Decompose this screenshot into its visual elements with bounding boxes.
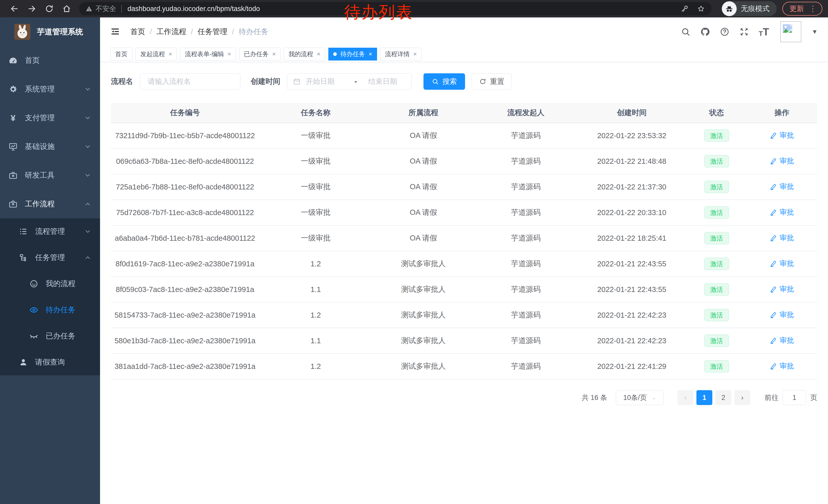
- prev-page-button[interactable]: ‹: [677, 390, 693, 405]
- browser-forward-icon[interactable]: [27, 4, 37, 14]
- approve-button[interactable]: 审批: [770, 361, 794, 371]
- cell-created: 2022-01-21 22:42:23: [577, 311, 687, 319]
- date-separator: -: [352, 78, 359, 86]
- approve-button[interactable]: 审批: [770, 156, 794, 166]
- tab-label: 首页: [115, 50, 127, 58]
- browser-update-button[interactable]: 更新 ⋮: [782, 2, 822, 16]
- app-logo[interactable]: 芋道管理系统: [0, 17, 100, 46]
- help-icon[interactable]: [720, 27, 730, 37]
- user-icon: [19, 358, 28, 367]
- tab-close-icon[interactable]: ×: [369, 51, 372, 57]
- eye-closed-icon: [29, 331, 38, 341]
- tab-close-icon[interactable]: ×: [413, 51, 417, 57]
- sidebar-item-待办任务[interactable]: 待办任务: [0, 297, 100, 323]
- edit-pencil-icon: [770, 260, 777, 267]
- sidebar-item-label: 基础设施: [25, 141, 84, 152]
- approve-button[interactable]: 审批: [770, 259, 794, 268]
- cell-name: 一级审批: [259, 182, 372, 192]
- user-menu-caret-icon[interactable]: ▼: [812, 28, 818, 35]
- sidebar-item-我的流程[interactable]: 我的流程: [0, 271, 100, 297]
- user-avatar[interactable]: [780, 21, 801, 42]
- goto-page-input[interactable]: [783, 390, 806, 405]
- cell-name: 一级审批: [259, 233, 372, 243]
- tab-close-icon[interactable]: ×: [169, 51, 172, 57]
- sidebar-menu: 首页系统管理¥支付管理基础设施研发工具工作流程流程管理任务管理我的流程待办任务已…: [0, 46, 100, 375]
- fullscreen-icon[interactable]: [739, 27, 749, 37]
- cell-initiator: 芋道源码: [474, 259, 577, 269]
- browser-reload-icon[interactable]: [44, 4, 54, 14]
- table-row: 580e1b3d-7ac8-11ec-a9e2-a2380e71991a1.1测…: [111, 328, 817, 354]
- date-range-picker[interactable]: 开始日期 - 结束日期: [287, 73, 412, 90]
- security-label[interactable]: 不安全: [95, 4, 116, 13]
- status-badge: 激活: [704, 155, 729, 168]
- tab-close-icon[interactable]: ×: [227, 51, 231, 57]
- cell-actions: 审批: [747, 259, 817, 269]
- approve-button[interactable]: 审批: [770, 310, 794, 320]
- sidebar-collapse-icon[interactable]: [110, 27, 121, 37]
- cell-id: 381aa1dd-7ac8-11ec-a9e2-a2380e71991a: [111, 362, 259, 371]
- date-start-placeholder[interactable]: 开始日期: [306, 77, 352, 86]
- next-page-button[interactable]: ›: [734, 390, 750, 405]
- approve-button[interactable]: 审批: [770, 182, 794, 191]
- cell-id: 069c6a63-7b8a-11ec-8ef0-acde48001122: [111, 157, 259, 166]
- cell-id: 75d72608-7b7f-11ec-a3c8-acde48001122: [111, 209, 259, 217]
- process-name-input[interactable]: [140, 73, 240, 90]
- bookmark-star-icon[interactable]: [697, 5, 705, 12]
- breadcrumb-home[interactable]: 首页: [130, 27, 145, 37]
- top-navbar: 首页 / 工作流程 / 任务管理 / 待办任务: [100, 17, 828, 46]
- status-badge: 激活: [704, 130, 729, 142]
- table-row: 069c6a63-7b8a-11ec-8ef0-acde48001122一级审批…: [111, 149, 817, 174]
- page-size-select[interactable]: 10条/页 ⌄: [616, 390, 664, 405]
- filter-bar: 流程名 创建时间 开始日期 - 结束日期 搜索: [111, 73, 817, 90]
- pagination: 共 16 条 10条/页 ⌄ ‹ 12 › 前往 页: [111, 390, 817, 405]
- sidebar-item-系统管理[interactable]: 系统管理: [0, 75, 100, 103]
- sidebar-item-工作流程[interactable]: 工作流程: [0, 190, 100, 218]
- tab-流程详情[interactable]: 流程详情×: [380, 48, 422, 60]
- cell-status: 激活: [687, 309, 746, 321]
- cell-created: 2022-01-22 20:33:10: [577, 209, 687, 217]
- sidebar-item-已办任务[interactable]: 已办任务: [0, 323, 100, 349]
- approve-button[interactable]: 审批: [770, 284, 794, 294]
- approve-label: 审批: [780, 259, 794, 268]
- tab-首页[interactable]: 首页: [110, 48, 132, 60]
- tab-已办任务[interactable]: 已办任务×: [239, 48, 281, 60]
- tab-流程表单-编辑[interactable]: 流程表单-编辑×: [180, 48, 236, 60]
- search-button[interactable]: 搜索: [423, 73, 465, 90]
- key-icon[interactable]: [681, 5, 689, 12]
- font-size-icon[interactable]: TT: [759, 27, 769, 37]
- browser-back-icon[interactable]: [9, 4, 19, 14]
- approve-button[interactable]: 审批: [770, 233, 794, 243]
- cell-process: OA 请假: [372, 182, 474, 192]
- sidebar-item-研发工具[interactable]: 研发工具: [0, 161, 100, 190]
- sidebar-item-支付管理[interactable]: ¥支付管理: [0, 103, 100, 132]
- sidebar-item-基础设施[interactable]: 基础设施: [0, 132, 100, 161]
- cell-name: 1.1: [259, 336, 372, 345]
- sidebar-item-首页[interactable]: 首页: [0, 46, 100, 75]
- tab-close-icon[interactable]: ×: [317, 51, 320, 57]
- github-icon[interactable]: [700, 27, 710, 37]
- breadcrumb-workflow[interactable]: 工作流程: [157, 27, 186, 37]
- sidebar-item-任务管理[interactable]: 任务管理: [0, 244, 100, 271]
- approve-button[interactable]: 审批: [770, 335, 794, 345]
- table-row: 725a1eb6-7b88-11ec-8ef0-acde48001122一级审批…: [111, 174, 817, 200]
- approve-button[interactable]: 审批: [770, 208, 794, 217]
- tab-close-icon[interactable]: ×: [272, 51, 276, 57]
- chevron-up-icon: [84, 254, 91, 261]
- page-button-2[interactable]: 2: [715, 390, 731, 405]
- sidebar-item-请假查询[interactable]: 请假查询: [0, 349, 100, 375]
- approve-button[interactable]: 审批: [770, 131, 794, 140]
- sidebar-item-流程管理[interactable]: 流程管理: [0, 218, 100, 244]
- breadcrumb-task-mgmt[interactable]: 任务管理: [198, 27, 227, 37]
- sidebar-item-label: 任务管理: [35, 253, 84, 263]
- date-end-placeholder[interactable]: 结束日期: [360, 77, 406, 86]
- table-body: 73211d9d-7b9b-11ec-b5b7-acde48001122一级审批…: [111, 123, 817, 379]
- browser-home-icon[interactable]: [61, 4, 72, 14]
- cell-actions: 审批: [747, 284, 817, 294]
- page-button-1[interactable]: 1: [696, 390, 712, 405]
- header-search-icon[interactable]: [681, 27, 691, 37]
- tab-发起流程[interactable]: 发起流程×: [135, 48, 177, 60]
- tab-待办任务[interactable]: 待办任务×: [328, 48, 377, 60]
- reset-button[interactable]: 重置: [472, 73, 512, 90]
- tab-我的流程[interactable]: 我的流程×: [284, 48, 325, 60]
- browser-menu-icon[interactable]: ⋮: [809, 5, 817, 12]
